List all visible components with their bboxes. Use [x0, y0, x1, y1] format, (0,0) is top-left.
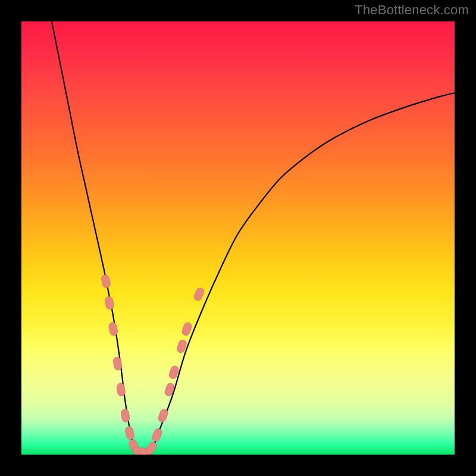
marker-group	[101, 274, 205, 455]
chart-svg	[21, 21, 455, 455]
data-marker	[101, 274, 111, 289]
data-marker	[113, 356, 123, 371]
data-marker	[181, 321, 193, 336]
bottleneck-curve	[52, 21, 455, 455]
data-marker	[164, 382, 175, 397]
data-marker	[124, 426, 134, 440]
data-marker	[104, 296, 114, 310]
data-marker	[121, 409, 130, 423]
plot-area	[21, 21, 455, 455]
watermark-text: TheBottleneck.com	[355, 2, 469, 18]
data-marker	[145, 440, 158, 455]
data-marker	[151, 428, 163, 443]
data-marker	[108, 322, 118, 336]
chart-frame: TheBottleneck.com	[0, 0, 476, 476]
data-marker	[117, 383, 126, 397]
data-marker	[193, 287, 205, 302]
